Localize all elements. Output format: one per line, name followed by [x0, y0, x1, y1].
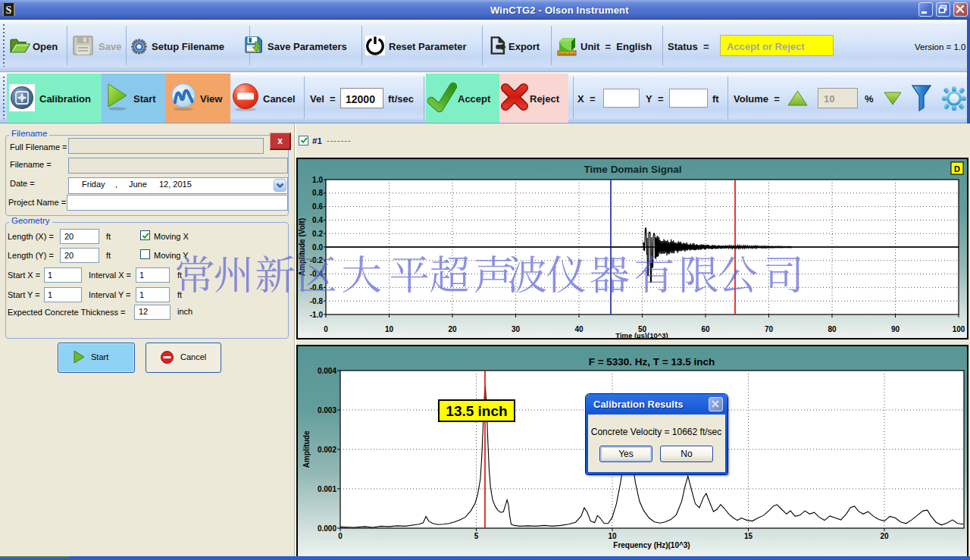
- svg-text:Time (µs)(10^3): Time (µs)(10^3): [615, 331, 668, 339]
- svg-text:S: S: [6, 5, 12, 16]
- svg-text:100: 100: [953, 325, 965, 333]
- svg-text:-0.2: -0.2: [310, 256, 324, 264]
- svg-text:Time Domain Signal: Time Domain Signal: [584, 164, 682, 175]
- svg-text:13.5 inch: 13.5 inch: [446, 403, 507, 419]
- svg-text:20: 20: [880, 532, 889, 540]
- svg-text:0.001: 0.001: [318, 485, 336, 493]
- svg-text:0.003: 0.003: [318, 406, 336, 415]
- svg-text:F = 5330. Hz, T = 13.5 inch: F = 5330. Hz, T = 13.5 inch: [589, 356, 715, 368]
- svg-text:20: 20: [448, 325, 457, 333]
- svg-text:0: 0: [338, 532, 343, 540]
- svg-text:0.000: 0.000: [318, 524, 336, 533]
- svg-text:5: 5: [474, 532, 479, 540]
- svg-text:90: 90: [891, 325, 900, 333]
- svg-text:1.0: 1.0: [312, 176, 323, 184]
- svg-text:80: 80: [828, 325, 837, 333]
- svg-text:-0.4: -0.4: [310, 270, 324, 278]
- svg-text:0.004: 0.004: [318, 367, 336, 375]
- svg-text:60: 60: [701, 325, 710, 333]
- svg-text:10: 10: [385, 325, 394, 333]
- svg-text:0: 0: [324, 325, 328, 333]
- svg-text:D: D: [954, 164, 960, 174]
- svg-text:0.2: 0.2: [312, 230, 323, 238]
- svg-text:-1.0: -1.0: [310, 311, 324, 319]
- svg-text:0.002: 0.002: [318, 446, 336, 454]
- svg-text:0.8: 0.8: [312, 189, 323, 197]
- svg-text:40: 40: [574, 325, 584, 333]
- svg-text:15: 15: [744, 532, 753, 540]
- svg-text:10: 10: [608, 532, 617, 540]
- svg-text:-0.6: -0.6: [310, 283, 324, 292]
- svg-text:0.4: 0.4: [312, 216, 323, 224]
- svg-text:0.0: 0.0: [312, 243, 323, 252]
- svg-text:70: 70: [765, 325, 774, 333]
- svg-text:Amplitude (Volt): Amplitude (Volt): [298, 218, 306, 276]
- svg-text:-0.8: -0.8: [310, 297, 324, 305]
- svg-text:Frequency (Hz)(10^3): Frequency (Hz)(10^3): [613, 541, 690, 549]
- svg-text:0.6: 0.6: [312, 202, 323, 211]
- svg-text:Amplitude: Amplitude: [302, 430, 311, 468]
- svg-text:30: 30: [512, 325, 521, 333]
